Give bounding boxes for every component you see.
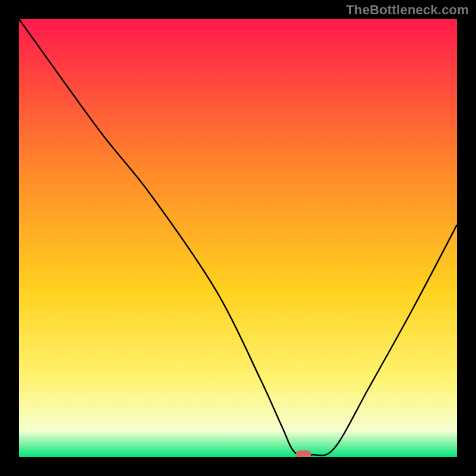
optimum-marker (296, 450, 311, 457)
bottleneck-curve (19, 19, 457, 456)
plot-area (19, 19, 457, 457)
watermark-text: TheBottleneck.com (346, 2, 469, 18)
curve-layer (19, 19, 457, 457)
chart-frame: TheBottleneck.com (0, 0, 476, 476)
